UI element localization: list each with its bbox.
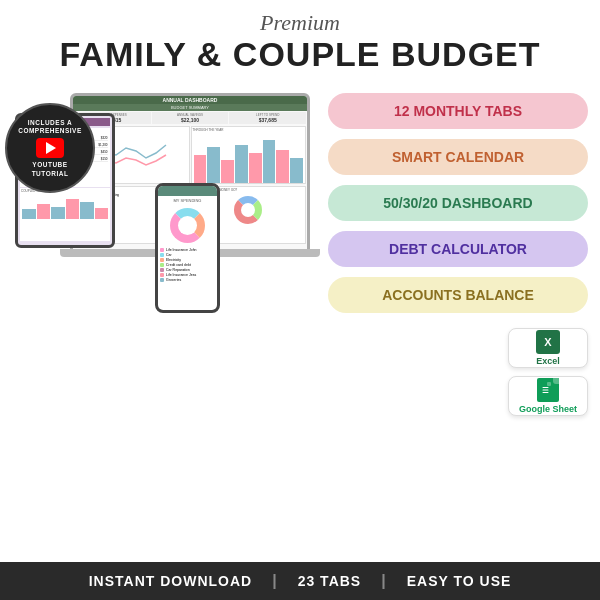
youtube-badge: INCLUDES A COMPREHENSIVE YOUTUBE TUTORIA… xyxy=(5,103,95,193)
phone-item-6-text: Life Insurance Jess xyxy=(166,273,196,277)
phone-item-7: Groceries xyxy=(160,278,215,282)
svg-rect-3 xyxy=(543,390,549,391)
phone-item-7-text: Groceries xyxy=(166,278,181,282)
google-sheet-badge: Google Sheet xyxy=(508,376,588,416)
annual-savings-stat: ANNUAL SAVINGS $22,100 xyxy=(152,112,229,124)
bar-aug xyxy=(290,158,303,185)
youtube-icon xyxy=(36,138,64,158)
savings-bar-chart xyxy=(20,194,110,219)
s-bar-1 xyxy=(22,209,36,219)
svg-rect-1 xyxy=(547,382,551,386)
premium-label: Premium xyxy=(0,10,600,36)
svg-rect-4 xyxy=(543,392,549,393)
bar-jul xyxy=(276,150,289,184)
left-to-spend-stat: LEFT TO SPEND $37,685 xyxy=(229,112,306,124)
phone-item-5: Car Reparation xyxy=(160,268,215,272)
left-value: $37,685 xyxy=(230,117,305,123)
feature-monthly-tabs: 12 MONTHLY TABS xyxy=(328,93,588,129)
right-column: 12 MONTHLY TABS SMART CALENDAR 50/30/20 … xyxy=(328,83,588,416)
phone-header xyxy=(158,186,217,196)
color-dot-4 xyxy=(160,263,164,267)
bar-feb xyxy=(207,147,220,184)
phone-item-2: Car xyxy=(160,253,215,257)
bottom-item-3: EASY TO USE xyxy=(407,573,512,589)
phone-item-2-text: Car xyxy=(166,253,172,257)
dashboard-title: ANNUAL DASHBOARD xyxy=(73,96,307,104)
excel-label: Excel xyxy=(536,356,560,366)
phone-donut xyxy=(170,208,205,243)
bar-chart-label: THROUGH THE YEAR xyxy=(193,128,305,132)
svg-rect-2 xyxy=(543,387,549,388)
main-title: FAMILY & COUPLE BUDGET xyxy=(0,36,600,73)
device-mockups: INCLUDES A COMPREHENSIVE YOUTUBE TUTORIA… xyxy=(10,83,320,423)
play-triangle xyxy=(46,142,56,154)
bar-chart-area: THROUGH THE YEAR xyxy=(191,126,307,184)
bar-may xyxy=(249,153,262,185)
bar-jun xyxy=(263,140,276,185)
donut-chart xyxy=(234,196,262,224)
top-section: Premium FAMILY & COUPLE BUDGET xyxy=(0,0,600,78)
bar-jan xyxy=(194,155,207,184)
budget-summary-label: BUDGET SUMMARY xyxy=(73,104,307,111)
phone-item-1: Life Insurance John xyxy=(160,248,215,252)
phone-list: Life Insurance John Car Electricity xyxy=(160,248,215,282)
gsheet-icon xyxy=(537,378,559,402)
color-dot-2 xyxy=(160,253,164,257)
feature-accounts-balance: ACCOUNTS BALANCE xyxy=(328,277,588,313)
main-container: Premium FAMILY & COUPLE BUDGET INCLUDES … xyxy=(0,0,600,600)
s-bar-6 xyxy=(95,208,109,219)
bar-mar xyxy=(221,160,234,184)
phone-item-5-text: Car Reparation xyxy=(166,268,190,272)
bottom-bar: INSTANT DOWNLOAD | 23 TABS | EASY TO USE xyxy=(0,562,600,600)
s-bar-2 xyxy=(37,204,51,219)
app-badges-container: X Excel Google Sheet xyxy=(328,328,588,416)
bottom-divider-2: | xyxy=(381,572,386,590)
feature-debt-calculator: DEBT CALCULATOR xyxy=(328,231,588,267)
excel-badge: X Excel xyxy=(508,328,588,368)
gsheet-svg xyxy=(540,380,556,400)
phone-label: MY SPENDING xyxy=(160,198,215,203)
bottom-item-2: 23 TABS xyxy=(298,573,362,589)
color-dot-6 xyxy=(160,273,164,277)
color-dot-3 xyxy=(160,258,164,262)
s-bar-4 xyxy=(66,199,80,219)
phone-item-4: Credit card debt xyxy=(160,263,215,267)
middle-section: INCLUDES A COMPREHENSIVE YOUTUBE TUTORIA… xyxy=(0,78,600,562)
phone-screen: MY SPENDING Life Insurance John Car xyxy=(158,186,217,310)
phone-item-6: Life Insurance Jess xyxy=(160,273,215,277)
bar-apr xyxy=(235,145,248,185)
excel-icon: X xyxy=(536,330,560,354)
phone-content: MY SPENDING Life Insurance John Car xyxy=(158,196,217,284)
phone-item-3: Electricity xyxy=(160,258,215,262)
s-bar-5 xyxy=(80,202,94,220)
badge-text-line2: YOUTUBE TUTORIAL xyxy=(7,161,93,178)
gsheet-label: Google Sheet xyxy=(519,404,577,414)
bottom-divider-1: | xyxy=(272,572,277,590)
savings-value: $22,100 xyxy=(153,117,228,123)
feature-5030-dashboard: 50/30/20 DASHBOARD xyxy=(328,185,588,221)
s-bar-3 xyxy=(51,207,65,220)
color-dot-7 xyxy=(160,278,164,282)
feature-smart-calendar: SMART CALENDAR xyxy=(328,139,588,175)
phone-item-3-text: Electricity xyxy=(166,258,181,262)
tablet-cell-3: COUPLED SAVINGS xyxy=(20,188,110,241)
bar-chart xyxy=(193,133,305,184)
badge-text-line1: INCLUDES A COMPREHENSIVE xyxy=(7,119,93,136)
color-dot-1 xyxy=(160,248,164,252)
phone-mockup: MY SPENDING Life Insurance John Car xyxy=(155,183,220,313)
phone-item-1-text: Life Insurance John xyxy=(166,248,197,252)
bottom-item-1: INSTANT DOWNLOAD xyxy=(89,573,253,589)
color-dot-5 xyxy=(160,268,164,272)
phone-item-4-text: Credit card debt xyxy=(166,263,191,267)
